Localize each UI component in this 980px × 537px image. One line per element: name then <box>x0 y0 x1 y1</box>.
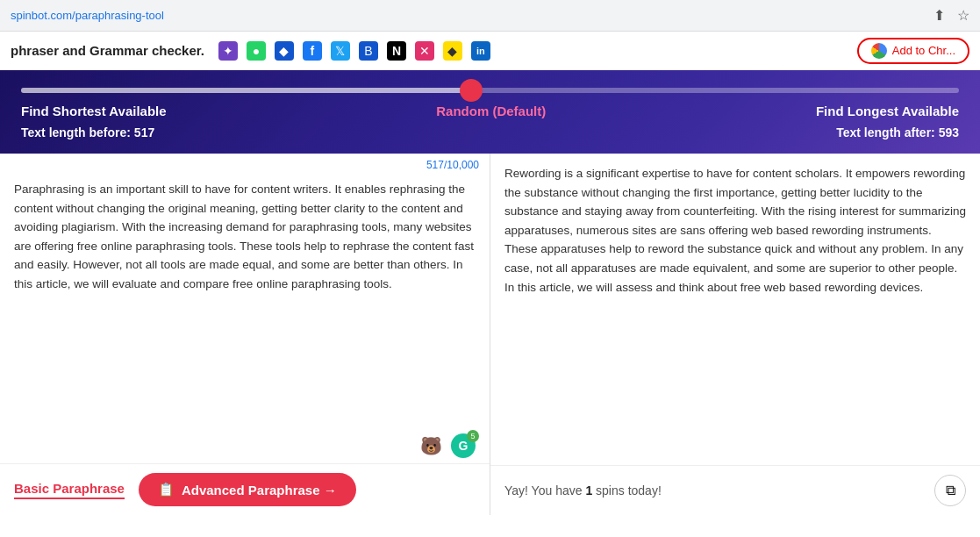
char-count: 517/10,000 <box>0 154 490 173</box>
slider-label-center: Random (Default) <box>436 104 546 118</box>
browser-actions: ⬆ ☆ <box>934 7 969 24</box>
star-browser-icon[interactable]: ☆ <box>957 7 969 24</box>
browser-bar: spinbot.com/paraphrasing-tool ⬆ ☆ <box>0 0 980 32</box>
slider-fill <box>21 88 471 93</box>
chrome-icon <box>871 43 887 59</box>
nav-title: phraser and Grammar checker. <box>11 43 204 58</box>
nav-icon-twitter[interactable]: 𝕏 <box>331 41 350 61</box>
badge: 5 <box>467 430 479 442</box>
spins-suffix: spins today! <box>596 483 662 498</box>
spins-count: 1 <box>585 483 592 498</box>
basic-paraphrase-button[interactable]: Basic Paraphrase <box>14 481 125 499</box>
text-length-row: Text length before: 517 Text length afte… <box>21 125 959 140</box>
nav-icon-notion[interactable]: N <box>387 41 406 61</box>
share-browser-icon[interactable]: ⬆ <box>934 7 945 24</box>
nav-icon-bookmark[interactable]: B <box>359 41 378 61</box>
panel-icons: 🐻 G 5 <box>0 428 490 463</box>
nav-icon-whatsapp[interactable]: ● <box>247 41 266 61</box>
grammarly-icon[interactable]: G 5 <box>451 433 476 458</box>
copy-button[interactable]: ⧉ <box>934 475 966 506</box>
output-text-area: Rewording is a significant expertise to … <box>490 154 980 465</box>
right-bottom-bar: Yay! You have 1 spins today! ⧉ <box>490 465 980 515</box>
add-to-chrome-label: Add to Chr... <box>892 44 955 57</box>
slider-label-right: Find Longest Available <box>816 104 959 118</box>
hero-section: Find Shortest Available Random (Default)… <box>0 70 980 154</box>
left-panel: 517/10,000 Paraphrasing is an important … <box>0 154 490 515</box>
advanced-paraphrase-button[interactable]: 📋 Advanced Paraphrase → <box>139 473 356 506</box>
text-length-after: Text length after: 593 <box>836 125 959 140</box>
slider-labels: Find Shortest Available Random (Default)… <box>21 104 959 118</box>
input-text-area[interactable]: Paraphrasing is an important skill to ha… <box>0 173 490 428</box>
nav-icons: ✦ ● ◆ f 𝕏 B N ✕ ◆ in <box>218 41 490 61</box>
nav-icon-x[interactable]: ✕ <box>415 41 434 61</box>
nav-icon-slack[interactable]: ✦ <box>218 41 238 61</box>
nav-icon-facebook[interactable]: f <box>303 41 322 61</box>
nav-icon-ms[interactable]: ◆ <box>275 41 294 61</box>
url-bar[interactable]: spinbot.com/paraphrasing-tool <box>11 9 934 22</box>
slider-label-left: Find Shortest Available <box>21 104 167 118</box>
advanced-paraphrase-icon: 📋 <box>158 482 175 498</box>
nav-icon-linkedin[interactable]: in <box>471 41 490 61</box>
nav-icon-yellow[interactable]: ◆ <box>443 41 462 61</box>
add-to-chrome-button[interactable]: Add to Chr... <box>857 38 969 64</box>
main-content: 517/10,000 Paraphrasing is an important … <box>0 154 980 515</box>
spins-text: Yay! You have 1 spins today! <box>504 483 662 498</box>
nav-bar: phraser and Grammar checker. ✦ ● ◆ f 𝕏 B… <box>0 32 980 70</box>
copy-icon: ⧉ <box>946 483 955 498</box>
slider-container <box>21 88 959 93</box>
slider-thumb[interactable] <box>460 79 483 102</box>
spins-label: Yay! You have <box>504 483 582 498</box>
bottom-bar: Basic Paraphrase 📋 Advanced Paraphrase → <box>0 463 490 515</box>
text-length-before: Text length before: 517 <box>21 125 154 140</box>
slider-track <box>21 88 959 93</box>
advanced-paraphrase-label: Advanced Paraphrase → <box>182 483 337 498</box>
bear-icon[interactable]: 🐻 <box>420 435 442 456</box>
right-panel: Rewording is a significant expertise to … <box>490 154 980 515</box>
